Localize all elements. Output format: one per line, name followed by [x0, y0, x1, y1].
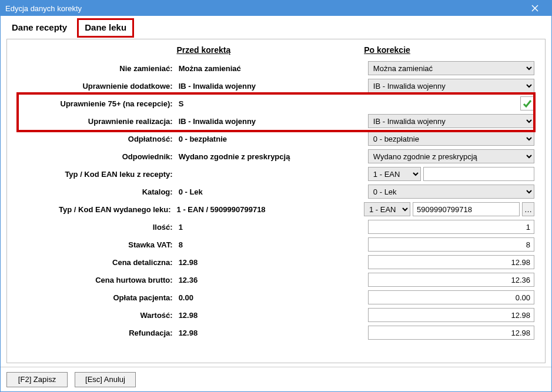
select-payment[interactable]: 0 - bezpłatnie: [368, 132, 534, 146]
before-refund: 12.98: [179, 329, 351, 337]
row-retail: Cena detaliczna: 12.98: [18, 253, 534, 271]
before-right-75: S: [179, 99, 351, 108]
form-panel: Przed korektą Po korekcie Nie zamieniać:…: [6, 39, 546, 363]
before-ean-issued: 1 - EAN / 5909990799718: [177, 205, 347, 214]
row-payment: Odpłatność: 0 - bezpłatnie 0 - bezpłatni…: [18, 130, 534, 148]
label-catalog: Katalog:: [18, 187, 179, 196]
select-equivalent[interactable]: Wydano zgodnie z preskrypcją: [368, 149, 534, 163]
before-patient-fee: 0.00: [179, 293, 351, 302]
label-vat: Stawka VAT:: [18, 240, 179, 249]
save-button[interactable]: [F2] Zapisz: [6, 372, 68, 387]
before-payment: 0 - bezpłatnie: [179, 135, 351, 143]
label-wholesale: Cena hurtowa brutto:: [18, 276, 179, 284]
close-button[interactable]: [523, 1, 547, 16]
highlight-group: Uprawnienie 75+ (na recepcie): S Uprawni…: [18, 93, 534, 131]
row-ean-issued: Typ / Kod EAN wydanego leku: 1 - EAN / 5…: [18, 200, 534, 218]
row-wholesale: Cena hurtowa brutto: 12.36: [18, 271, 534, 289]
dialog-window: Edycja danych korekty Dane recepty Dane …: [0, 0, 552, 392]
row-no-change: Nie zamieniać: Można zamieniać Można zam…: [18, 59, 534, 77]
row-catalog: Katalog: 0 - Lek 0 - Lek: [18, 183, 534, 200]
row-right-75: Uprawnienie 75+ (na recepcie): S: [18, 95, 534, 112]
before-no-change: Można zamieniać: [179, 64, 351, 73]
browse-ean-button[interactable]: …: [522, 202, 534, 216]
select-extra-right[interactable]: IB - Inwalida wojenny: [368, 79, 534, 93]
label-right-real: Uprawnienie realizacja:: [18, 117, 179, 126]
input-refund[interactable]: [368, 326, 534, 340]
input-value[interactable]: [368, 308, 534, 322]
label-extra-right: Uprawnienie dodatkowe:: [18, 82, 179, 91]
before-catalog: 0 - Lek: [179, 187, 351, 196]
label-retail: Cena detaliczna:: [18, 258, 179, 267]
row-equivalent: Odpowiednik: Wydano zgodnie z preskrypcj…: [18, 148, 534, 165]
before-value: 12.98: [179, 311, 351, 320]
input-patient-fee[interactable]: [368, 290, 534, 304]
header-after: Po korekcie: [364, 45, 534, 55]
input-ean-recipe-code[interactable]: [423, 167, 534, 181]
column-headers: Przed korektą Po korekcie: [18, 45, 534, 55]
row-qty: Ilość: 1: [18, 218, 534, 236]
select-ean-recipe-type[interactable]: 1 - EAN: [368, 167, 421, 181]
select-ean-issued-type[interactable]: 1 - EAN: [364, 202, 410, 216]
before-equivalent: Wydano zgodnie z preskrypcją: [179, 152, 351, 161]
header-before: Przed korektą: [176, 45, 347, 55]
before-retail: 12.98: [179, 258, 351, 267]
tab-strip: Dane recepty Dane leku: [1, 16, 551, 38]
input-qty[interactable]: [368, 220, 534, 234]
footer: [F2] Zapisz [Esc] Anuluj: [1, 367, 551, 391]
label-value: Wartość:: [18, 311, 179, 320]
label-ean-recipe: Typ / Kod EAN leku z recepty:: [18, 170, 179, 179]
input-wholesale[interactable]: [368, 273, 534, 287]
window-title: Edycja danych korekty: [5, 4, 82, 13]
before-qty: 1: [179, 223, 351, 232]
row-right-real: Uprawnienie realizacja: IB - Inwalida wo…: [18, 112, 534, 130]
label-equivalent: Odpowiednik:: [18, 152, 179, 161]
label-right-75: Uprawnienie 75+ (na recepcie):: [18, 99, 179, 108]
before-wholesale: 12.36: [179, 276, 351, 284]
before-vat: 8: [179, 240, 351, 249]
cancel-button[interactable]: [Esc] Anuluj: [75, 372, 136, 387]
label-payment: Odpłatność:: [18, 135, 179, 143]
check-right-75[interactable]: [520, 96, 534, 110]
select-catalog[interactable]: 0 - Lek: [368, 185, 534, 199]
titlebar: Edycja danych korekty: [1, 1, 551, 16]
tab-dane-recepty[interactable]: Dane recepty: [4, 18, 75, 38]
row-value: Wartość: 12.98: [18, 306, 534, 324]
tab-dane-leku[interactable]: Dane leku: [77, 18, 134, 38]
label-patient-fee: Opłata pacjenta:: [18, 293, 179, 302]
checkmark-icon: [522, 98, 533, 109]
input-retail[interactable]: [368, 255, 534, 269]
before-extra-right: IB - Inwalida wojenny: [179, 82, 351, 91]
input-ean-issued-code[interactable]: [413, 202, 520, 216]
input-vat[interactable]: [368, 237, 534, 252]
row-ean-recipe: Typ / Kod EAN leku z recepty: 1 - EAN: [18, 165, 534, 183]
select-right-real[interactable]: IB - Inwalida wojenny: [368, 114, 534, 128]
select-no-change[interactable]: Można zamieniać: [368, 61, 534, 75]
label-refund: Refundacja:: [18, 329, 179, 337]
row-extra-right: Uprawnienie dodatkowe: IB - Inwalida woj…: [18, 77, 534, 95]
ellipsis-icon: …: [524, 205, 532, 214]
before-right-real: IB - Inwalida wojenny: [179, 117, 351, 126]
label-no-change: Nie zamieniać:: [18, 64, 179, 73]
row-refund: Refundacja: 12.98: [18, 324, 534, 341]
row-vat: Stawka VAT: 8: [18, 236, 534, 253]
label-qty: Ilość:: [18, 223, 179, 232]
row-patient-fee: Opłata pacjenta: 0.00: [18, 289, 534, 306]
label-ean-issued: Typ / Kod EAN wydanego leku:: [18, 205, 177, 214]
